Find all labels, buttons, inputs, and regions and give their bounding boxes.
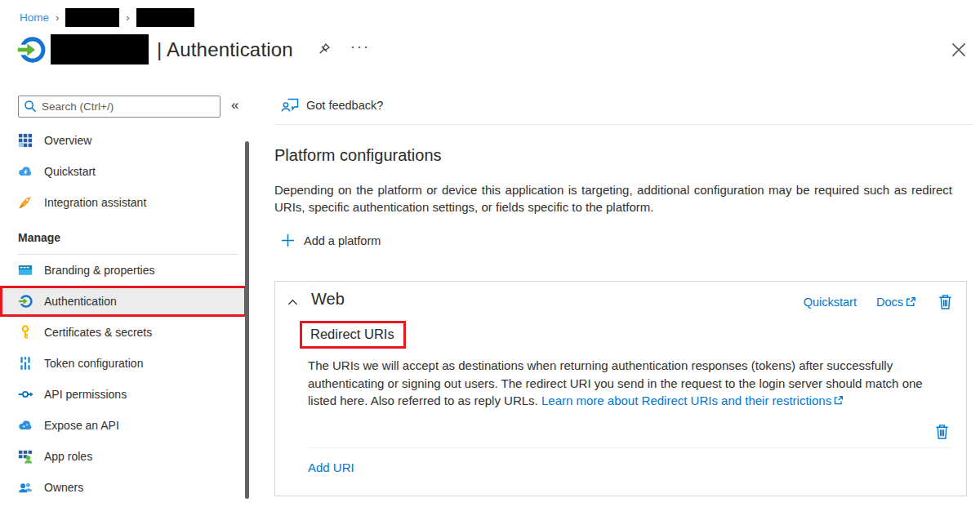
search-icon <box>24 100 37 113</box>
sidebar: « Overview Quickstart <box>0 82 255 507</box>
branding-icon <box>18 263 33 278</box>
sidebar-item-label: Quickstart <box>44 165 96 178</box>
sidebar-item-label: Expose an API <box>44 419 119 432</box>
sidebar-item-label: Owners <box>44 481 83 494</box>
redacted-breadcrumb-item[interactable] <box>136 8 194 27</box>
uri-list-divider <box>308 447 953 448</box>
toolbar-divider <box>274 124 973 125</box>
cloud-api-icon <box>18 418 33 433</box>
sidebar-item-authentication[interactable]: Authentication <box>0 286 247 317</box>
key-icon <box>18 325 33 340</box>
sidebar-item-token-configuration[interactable]: Token configuration <box>0 348 255 379</box>
sidebar-item-label: Integration assistant <box>44 196 146 209</box>
sidebar-item-label: Overview <box>44 134 91 147</box>
sidebar-scrollbar[interactable] <box>245 141 249 499</box>
owners-icon <box>18 480 33 495</box>
sidebar-item-label: App roles <box>44 450 92 463</box>
authentication-blade: Home › › | Authentication ··· <box>0 0 980 507</box>
breadcrumb-home-link[interactable]: Home <box>20 11 49 24</box>
more-options-icon[interactable]: ··· <box>350 42 370 57</box>
sidebar-item-label: Branding & properties <box>44 264 154 277</box>
overview-icon <box>18 133 33 148</box>
sidebar-item-integration-assistant[interactable]: Integration assistant <box>0 187 255 218</box>
sidebar-item-expose-api[interactable]: Expose an API <box>0 410 255 441</box>
sidebar-section-manage: Manage <box>0 218 255 254</box>
close-icon[interactable] <box>950 41 968 59</box>
add-uri-link[interactable]: Add URI <box>308 460 354 474</box>
pin-icon[interactable] <box>316 42 332 58</box>
external-link-icon <box>905 296 916 308</box>
web-card-links: Quickstart Docs <box>804 293 953 310</box>
sidebar-item-branding[interactable]: Branding & properties <box>0 255 255 286</box>
docs-link[interactable]: Docs <box>876 296 916 309</box>
learn-more-label: Learn more about Redirect URIs and their… <box>541 394 831 407</box>
search-box <box>18 96 220 118</box>
sidebar-item-label: Token configuration <box>44 357 143 370</box>
redacted-app-name <box>51 34 149 64</box>
redacted-breadcrumb-item[interactable] <box>65 8 119 27</box>
app-roles-icon <box>18 449 33 464</box>
page-title: | Authentication <box>157 38 293 61</box>
plus-icon <box>281 233 295 247</box>
sidebar-item-certificates[interactable]: Certificates & secrets <box>0 317 255 348</box>
external-link-icon <box>833 395 844 406</box>
got-feedback-button[interactable]: Got feedback? <box>281 96 383 114</box>
sidebar-item-label: Certificates & secrets <box>44 326 152 339</box>
sliders-icon <box>18 356 33 371</box>
platform-configurations-description: Depending on the platform or device this… <box>274 181 952 216</box>
sidebar-item-overview[interactable]: Overview <box>0 125 255 156</box>
sidebar-nav: Overview Quickstart Integration assistan… <box>0 125 255 503</box>
app-registration-icon <box>16 35 46 64</box>
docs-link-label: Docs <box>876 296 903 309</box>
quickstart-icon <box>18 164 33 179</box>
redirect-uris-description: The URIs we will accept as destinations … <box>308 357 925 410</box>
got-feedback-label: Got feedback? <box>306 99 383 112</box>
sidebar-item-app-roles[interactable]: App roles <box>0 441 255 472</box>
authentication-icon <box>18 294 33 309</box>
sidebar-item-label: Authentication <box>44 295 117 308</box>
search-input[interactable] <box>18 96 220 118</box>
redirect-uris-heading: Redirect URIs <box>300 321 406 349</box>
rocket-icon <box>18 195 33 210</box>
add-platform-button[interactable]: Add a platform <box>281 233 381 247</box>
platform-configurations-heading: Platform configurations <box>274 146 442 165</box>
web-card-title: Web <box>311 290 345 309</box>
breadcrumb-separator: › <box>56 11 59 24</box>
feedback-icon <box>281 96 299 114</box>
sidebar-item-label: API permissions <box>44 388 127 401</box>
delete-uri-icon[interactable] <box>934 423 950 440</box>
sidebar-item-owners[interactable]: Owners <box>0 472 255 503</box>
learn-more-link[interactable]: Learn more about Redirect URIs and their… <box>541 394 844 407</box>
breadcrumb-separator: › <box>126 11 129 24</box>
blade-header: | Authentication ··· <box>16 34 370 64</box>
sidebar-item-api-permissions[interactable]: API permissions <box>0 379 255 410</box>
chevron-up-icon[interactable] <box>287 296 299 309</box>
quickstart-link[interactable]: Quickstart <box>804 296 857 309</box>
web-platform-card: Web Quickstart Docs Redirect URIs The UR… <box>274 281 967 496</box>
api-permissions-icon <box>18 387 33 402</box>
add-platform-label: Add a platform <box>304 234 381 247</box>
sidebar-item-quickstart[interactable]: Quickstart <box>0 156 255 187</box>
collapse-sidebar-icon[interactable]: « <box>231 97 238 113</box>
delete-platform-icon[interactable] <box>938 293 953 310</box>
breadcrumb: Home › › <box>20 8 194 27</box>
